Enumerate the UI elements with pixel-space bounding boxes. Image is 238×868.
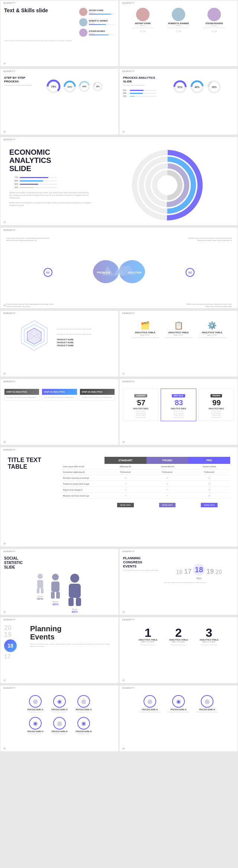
slide11-num: 40 — [3, 543, 6, 545]
slide-congress-events: SERENITY PLANNING CONGRESS EVENTS Lorem … — [119, 548, 238, 615]
proc2-icon2: ◉ — [172, 695, 185, 708]
svg-text:18%: 18% — [96, 86, 100, 88]
proc-icon5: ◎ — [53, 717, 66, 730]
brand-label10: SERENITY — [122, 380, 135, 383]
slide-process-analytics: SERENITY PROCESS ANALYTICS SLIDE Lorem i… — [119, 68, 238, 135]
slide8-num: 37 — [122, 373, 125, 375]
card1-title: STEP AS ANALYTICS — [4, 389, 39, 395]
slide14-title: Planning Events — [30, 625, 115, 641]
skill-bar2 — [89, 24, 106, 25]
slide10-num: 39 — [122, 441, 125, 443]
slide1-text: Lorem, quis nostrud exerci tation ullamc… — [4, 40, 115, 42]
svg-rect-44 — [37, 580, 43, 588]
slide-problem-solution: SERENITY Lorem ipsum dolor sit amet, con… — [0, 227, 238, 309]
process-donut1: 51% — [173, 80, 187, 94]
slide6-textLB: Euismod tincidunt ut laoreet dolore magn… — [6, 303, 55, 308]
price1-label: ANALYTICS TABLE — [126, 408, 156, 410]
slide-process-bottom: SERENITY ◎ PROCESS NAME #4 Lorem ipsum d… — [119, 685, 238, 752]
process-donut3: 18% — [207, 80, 221, 94]
col-pro: PRO — [188, 457, 230, 464]
proc-icon4: ◉ — [29, 717, 42, 730]
slide17-num: 46 — [122, 747, 125, 750]
brand-label: SERENITY — [3, 2, 16, 4]
circle-num: 18 — [4, 639, 17, 652]
btn-pro[interactable]: MORE INFO — [201, 503, 217, 507]
table-row-val: Professional — [147, 469, 189, 475]
icon3-sub: ANALYTICS: — [197, 334, 227, 336]
slide-step-process: SERENITY STEP BY STEP PROCESS Lorem ipsu… — [0, 68, 119, 135]
icon1-sub: ANALYTICS: — [130, 334, 160, 336]
price2: 83 — [175, 399, 183, 407]
slide5-title: ECONOMIC ANALYTICS SLIDE — [9, 148, 99, 173]
proc-label5: PROCESS NAME #5 — [49, 731, 70, 733]
slide3-num: 35 — [3, 131, 6, 133]
btn-promo[interactable]: MORE INFO — [159, 503, 176, 507]
fig1-pct: 21% — [35, 597, 45, 600]
skill-bar1-bg — [89, 14, 115, 14]
btn-standart[interactable]: MORE INFO — [117, 503, 134, 507]
proc-label6: PROCESS NAME #6 — [74, 731, 94, 733]
day-17: 17 — [184, 568, 192, 576]
svg-point-51 — [70, 574, 79, 583]
slide-team: SERENITY ANTONY STARK Director Lorem ips… — [119, 0, 238, 67]
card3-title: STEP AS ANALYTICS — [80, 389, 115, 395]
proc2-icon3: ◎ — [201, 695, 213, 708]
figure3 — [65, 573, 84, 607]
avatar1 — [79, 8, 87, 16]
brand-label7: SERENITY — [3, 312, 16, 314]
table-row-val: Professional — [188, 469, 230, 475]
slide-pricing: SERENITY STANDART '57 ANALYTICS TABLE Pr… — [119, 379, 238, 445]
proc2-icon1: ◎ — [144, 695, 156, 708]
product-name1: PRODUCT NAME — [57, 338, 102, 341]
svg-rect-48 — [51, 582, 60, 592]
num3-sub: ANALYTICS TABLE — [196, 641, 222, 643]
slide14-num: 43 — [3, 679, 6, 681]
slide5-text2: Eoifend minim vel wisi legeres in is qui… — [9, 202, 91, 207]
table-row-val: ✓ — [147, 481, 189, 487]
right-num: 02 — [186, 268, 194, 277]
table-row-val: Laoreet volutpat — [188, 464, 230, 469]
svg-rect-46 — [41, 588, 44, 593]
proc-label4: PROCESS NAME #4 — [25, 731, 46, 733]
slide11-title: TITLE TEXT TABLE — [8, 457, 52, 470]
svg-rect-53 — [68, 598, 74, 606]
brand-label17: SERENITY — [122, 687, 135, 689]
brand-label15: SERENITY — [122, 619, 135, 621]
table-row-val: Laoreet dole elit — [147, 464, 189, 469]
icon2-title: ANALYTICS TABLE — [164, 331, 193, 334]
pricing-table: STANDART PROMO PRO Lorem ipsum dolor sit… — [60, 457, 230, 509]
num2-sub: ANALYTICS TABLE — [165, 641, 192, 643]
svg-text:45%: 45% — [82, 85, 86, 88]
svg-point-43 — [38, 574, 43, 579]
brand-label3: SERENITY — [3, 70, 16, 72]
slide12-num: 41 — [3, 611, 6, 613]
team1-role: Director — [128, 24, 158, 26]
table-row-val: ✓ — [188, 475, 230, 481]
table-row-label: Tincidunt ut laoreet dolor magna — [60, 481, 104, 487]
slide-social-stat: SERENITY SOCIAL STATISTIC SLIDE Female 2… — [0, 548, 119, 615]
table-row-label: Sed diam nonummy is auismod — [60, 475, 104, 481]
price1-badge: STANDART — [134, 394, 147, 397]
extra-nums: 17 — [4, 654, 26, 660]
slide14-text: Lorem ipsum dolor sit amet, consectur ad… — [30, 643, 115, 648]
svg-text:51%: 51% — [177, 85, 182, 88]
bignum3: 3 — [196, 627, 222, 639]
team3-role: Designer — [199, 24, 229, 26]
proc-label1: PROCESS NAME #1 — [25, 709, 46, 711]
proc-icon6: ◉ — [77, 717, 90, 730]
svg-point-47 — [52, 574, 59, 580]
price1: 57 — [137, 399, 145, 407]
table-row-val: ✗ — [104, 493, 147, 499]
svg-rect-49 — [51, 592, 55, 599]
brand-label14: SERENITY — [3, 619, 16, 621]
slide1-num: 33 — [3, 62, 6, 65]
icon3-title: ANALYTICS TABLE — [197, 331, 227, 334]
slide13-title: PLANNING CONGRESS EVENTS — [123, 556, 160, 568]
svg-rect-45 — [37, 588, 39, 593]
col-standart: STANDART — [104, 457, 147, 464]
slide6-num: 35 — [3, 304, 6, 307]
day-20: 20 — [215, 569, 222, 576]
svg-text:18%: 18% — [212, 85, 216, 88]
icon1-title: ANALYTICS TABLE — [130, 331, 160, 334]
table-row-val: Adipiscing elit — [104, 464, 147, 469]
